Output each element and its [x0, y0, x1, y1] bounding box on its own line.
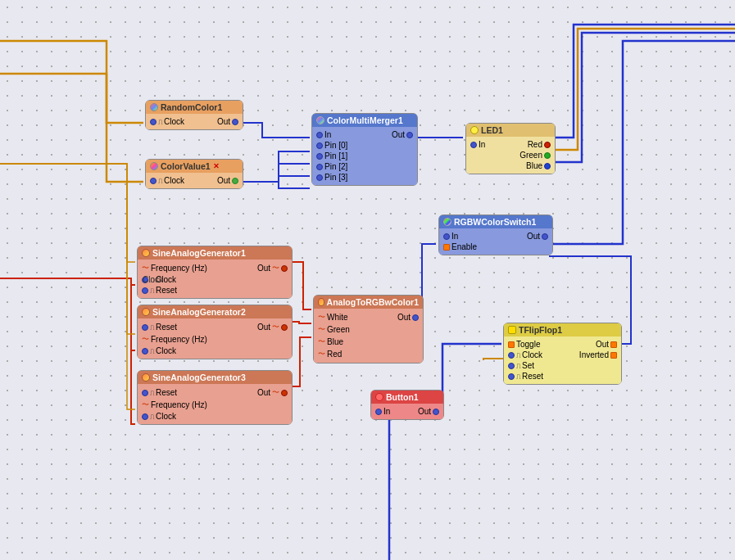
randomcolor1-title: RandomColor1 [161, 102, 222, 112]
rgbwswitch-enable-port[interactable] [443, 244, 450, 251]
tff1-reset-port[interactable] [508, 373, 515, 380]
led1-node[interactable]: LED1 In Red Green Blue [465, 123, 556, 174]
randomcolor1-clock-port-in[interactable] [150, 119, 157, 125]
sineanalog2-node[interactable]: SineAnalogGenerator2 ⎍ Reset Out 〜 〜 Fre… [137, 305, 293, 359]
sineanalog1-title: SineAnalogGenerator1 [152, 248, 246, 258]
tflipflop1-node[interactable]: TFlipFlop1 Toggle Out ⎍ Clock Inverted [503, 323, 622, 385]
sineanalog2-out-port[interactable] [281, 324, 288, 331]
sineanalog3-reset-port[interactable] [142, 390, 148, 396]
sineanalog2-header: SineAnalogGenerator2 [138, 305, 292, 318]
colorvalue1-node[interactable]: ColorValue1 ✕ ⎍ Clock Out [145, 159, 243, 189]
sineanalog2-body: ⎍ Reset Out 〜 〜 Frequency (Hz) ⎍ Clock [138, 318, 292, 359]
colorvalue1-out-label: Out [217, 176, 230, 185]
tff1-set-port[interactable] [508, 363, 515, 369]
button1-in-port[interactable] [375, 409, 382, 415]
led1-header: LED1 [466, 124, 555, 137]
randomcolor1-clock-label: Clock [164, 117, 184, 126]
sineanalog1-out-port[interactable] [281, 265, 288, 272]
cmm1-pin1-port[interactable] [316, 153, 323, 160]
sineanalog1-body: 〜 Frequency (Hz) Out 〜 ⎍ Clock ⎍ Reset [138, 260, 292, 298]
rgbwswitch-body: In Out Enable [439, 228, 552, 255]
colormultimerger1-title: ColorMultiMerger1 [327, 115, 403, 125]
analogtorgbw-body: 〜 White Out 〜 Green 〜 Blue 〜 Red [314, 309, 423, 363]
led1-red-port[interactable] [544, 142, 551, 148]
colormultimerger1-node[interactable]: ColorMultiMerger1 In Out Pin [0] Pin [1] [311, 113, 418, 186]
randomcolor1-out-port[interactable] [232, 119, 238, 125]
sineanalog2-clock-port[interactable] [142, 348, 148, 355]
tff1-inverted-port[interactable] [610, 352, 617, 359]
colorvalue1-clock-label: Clock [164, 176, 184, 185]
analogtorgbw-title: AnalogToRGBwColor1 [327, 297, 419, 307]
cmm1-out-port[interactable] [406, 132, 413, 138]
sineanalog3-title: SineAnalogGenerator3 [152, 373, 246, 382]
sineanalog1-header: SineAnalogGenerator1 [138, 246, 292, 260]
analogtorgbw-out-port[interactable] [412, 314, 419, 321]
button1-title: Button1 [386, 392, 419, 402]
led1-in-port[interactable] [470, 142, 477, 148]
led1-green-port[interactable] [544, 152, 551, 159]
randomcolor1-out-label: Out [217, 117, 230, 126]
sineanalog2-reset-port[interactable] [142, 324, 148, 331]
sineanalog2-title: SineAnalogGenerator2 [152, 307, 246, 317]
cmm1-pin2-port[interactable] [316, 164, 323, 170]
randomcolor1-node[interactable]: RandomColor1 ⎍ Clock Out [145, 100, 243, 130]
tff1-clock-port[interactable] [508, 352, 515, 359]
tff1-toggle-port[interactable] [508, 341, 515, 348]
randomcolor1-body: ⎍ Clock Out [146, 114, 243, 129]
button1-body: In Out [371, 404, 443, 419]
sineanalog3-clock-port[interactable] [142, 413, 148, 420]
led1-blue-port[interactable] [544, 163, 551, 169]
colorvalue1-out-port[interactable] [232, 178, 238, 184]
tflipflop1-header: TFlipFlop1 [504, 323, 621, 336]
colormultimerger1-body: In Out Pin [0] Pin [1] Pin [2] [312, 127, 417, 185]
led1-body: In Red Green Blue [466, 137, 555, 174]
rgbwswitch-header: RGBWColorSwitch1 [439, 215, 552, 228]
colorvalue1-header: ColorValue1 ✕ [146, 160, 243, 173]
led1-title: LED1 [481, 125, 503, 135]
cmm1-in-port[interactable] [316, 132, 323, 138]
rgbwcolorswitch1-node[interactable]: RGBWColorSwitch1 In Out Enable [438, 215, 553, 255]
sineanalog3-header: SineAnalogGenerator3 [138, 371, 292, 384]
cmm1-pin0-port[interactable] [316, 142, 323, 149]
button1-node[interactable]: Button1 In Out [370, 390, 444, 420]
colorvalue1-clock-port-in[interactable] [150, 178, 157, 184]
button1-out-port[interactable] [433, 409, 439, 415]
analogtorgbw-header: AnalogToRGBwColor1 [314, 296, 423, 309]
colorvalue1-body: ⎍ Clock Out [146, 173, 243, 188]
cmm1-pin3-port[interactable] [316, 174, 323, 181]
tflipflop1-title: TFlipFlop1 [519, 325, 562, 335]
sineanalog1-node[interactable]: SineAnalogGenerator1 〜 Frequency (Hz) Ou… [137, 246, 293, 299]
sineanalog3-out-port[interactable] [281, 390, 288, 396]
button1-header: Button1 [371, 391, 443, 404]
sineanalog1-clock-port[interactable] [142, 277, 148, 283]
rgbwswitch-title: RGBWColorSwitch1 [454, 217, 536, 227]
rgbwswitch-in-port[interactable] [443, 233, 450, 240]
analogtorgbw-node[interactable]: AnalogToRGBwColor1 〜 White Out 〜 Green 〜… [313, 295, 424, 364]
sineanalog1-reset-port[interactable] [142, 287, 148, 294]
sineanalog3-node[interactable]: SineAnalogGenerator3 ⎍ Reset Out 〜 〜 Fre… [137, 370, 293, 425]
tff1-out-port[interactable] [610, 341, 617, 348]
randomcolor1-clock-row: ⎍ Clock Out [150, 116, 238, 127]
sineanalog3-body: ⎍ Reset Out 〜 〜 Frequency (Hz) ⎍ Clock [138, 384, 292, 424]
colorvalue1-title: ColorValue1 [161, 161, 211, 171]
tflipflop1-body: Toggle Out ⎍ Clock Inverted ⎍ Set [504, 336, 621, 384]
randomcolor1-header: RandomColor1 [146, 101, 243, 114]
colorvalue1-clock-row: ⎍ Clock Out [150, 175, 238, 186]
rgbwswitch-out-port[interactable] [542, 233, 548, 240]
colormultimerger1-header: ColorMultiMerger1 [312, 114, 417, 127]
